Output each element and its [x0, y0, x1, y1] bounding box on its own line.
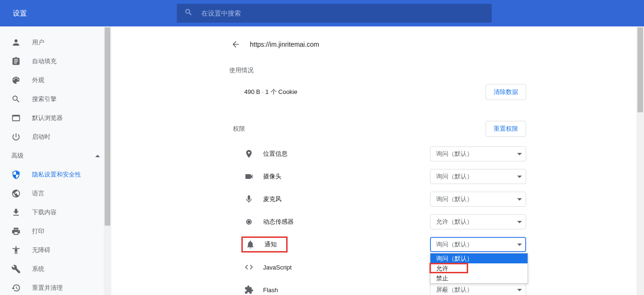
- mic-icon: [244, 194, 254, 204]
- search-input[interactable]: [201, 9, 484, 17]
- dropdown-option-allow[interactable]: 允许: [430, 263, 528, 273]
- camera-icon: [244, 172, 254, 181]
- sidebar-label: 无障碍: [32, 246, 50, 254]
- caret-icon: [517, 289, 522, 291]
- back-arrow-icon[interactable]: [231, 40, 240, 49]
- permission-row-microphone: 麦克风 询问（默认）: [225, 188, 530, 211]
- permission-row-notifications: 通知 询问（默认） 询问（默认） 允许 禁止: [225, 233, 530, 256]
- code-icon: [244, 262, 254, 272]
- clipboard-icon: [11, 57, 21, 66]
- bell-icon: [246, 240, 255, 249]
- sidebar-label: 重置并清理: [32, 284, 63, 292]
- permission-row-camera: 摄像头 询问（默认）: [225, 165, 530, 188]
- permission-select-notifications[interactable]: 询问（默认） 询问（默认） 允许 禁止: [430, 237, 526, 252]
- sidebar-item-default-browser[interactable]: 默认浏览器: [0, 109, 111, 127]
- browser-icon: [11, 113, 21, 123]
- person-icon: [11, 38, 21, 47]
- dropdown-option-ask[interactable]: 询问（默认）: [430, 253, 528, 263]
- app-title: 设置: [0, 9, 177, 18]
- sidebar: 用户 自动填充 外观 搜索引擎 默认浏览器 启动时 高级 隐私设置和安全性: [0, 26, 111, 295]
- sidebar-item-user[interactable]: 用户: [0, 33, 111, 52]
- sidebar-item-appearance[interactable]: 外观: [0, 71, 111, 90]
- sidebar-item-system[interactable]: 系统: [0, 260, 111, 278]
- search-box[interactable]: [177, 4, 492, 23]
- sidebar-label: 外观: [32, 76, 44, 84]
- permission-select-camera[interactable]: 询问（默认）: [430, 169, 526, 184]
- chevron-up-icon: [95, 155, 100, 157]
- usage-row: 490 B · 1 个 Cookie 清除数据: [225, 84, 530, 100]
- sidebar-label: 下载内容: [32, 208, 57, 217]
- permission-row-motion: 动态传感器 允许（默认）: [225, 211, 530, 233]
- shield-icon: [11, 170, 21, 179]
- permission-dropdown: 询问（默认） 允许 禁止: [430, 253, 528, 284]
- palette-icon: [11, 76, 21, 85]
- sidebar-label: 搜索引擎: [32, 95, 57, 103]
- sidebar-label: 隐私设置和安全性: [32, 170, 81, 179]
- search-icon: [184, 8, 193, 18]
- sidebar-advanced-toggle[interactable]: 高级: [0, 146, 111, 165]
- dropdown-option-block[interactable]: 禁止: [430, 273, 528, 283]
- caret-icon: [517, 244, 522, 246]
- permissions-label: 权限: [229, 125, 245, 133]
- caret-icon: [517, 176, 522, 178]
- sidebar-item-print[interactable]: 打印: [0, 222, 111, 241]
- sidebar-label: 打印: [32, 227, 44, 236]
- main-scroll-thumb[interactable]: [637, 27, 643, 112]
- magnify-icon: [11, 94, 21, 104]
- main-content: https://im.jinritemai.com 使用情况 490 B · 1…: [111, 26, 644, 295]
- content-wrapper: https://im.jinritemai.com 使用情况 490 B · 1…: [225, 26, 530, 295]
- highlight-box-allow: [429, 263, 468, 273]
- caret-icon: [517, 221, 522, 223]
- clear-data-button[interactable]: 清除数据: [486, 84, 526, 100]
- restore-icon: [11, 283, 21, 293]
- site-header: https://im.jinritemai.com: [225, 40, 530, 49]
- sidebar-item-language[interactable]: 语言: [0, 184, 111, 203]
- sidebar-item-downloads[interactable]: 下载内容: [0, 203, 111, 222]
- permission-select-motion[interactable]: 允许（默认）: [430, 214, 526, 229]
- caret-icon: [517, 198, 522, 201]
- site-url: https://im.jinritemai.com: [250, 41, 319, 48]
- usage-section-label: 使用情况: [225, 66, 530, 75]
- sidebar-scroll-thumb[interactable]: [105, 27, 110, 226]
- sidebar-scrollbar[interactable]: [104, 26, 111, 295]
- permission-select-location[interactable]: 询问（默认）: [430, 146, 526, 161]
- highlight-box-notifications: 通知: [241, 236, 288, 253]
- layout: 用户 自动填充 外观 搜索引擎 默认浏览器 启动时 高级 隐私设置和安全性: [0, 26, 644, 295]
- sidebar-item-autofill[interactable]: 自动填充: [0, 52, 111, 71]
- sidebar-item-accessibility[interactable]: 无障碍: [0, 241, 111, 260]
- sensor-icon: [244, 217, 254, 227]
- accessibility-icon: [11, 245, 21, 255]
- permission-select-flash[interactable]: 屏蔽（默认）: [430, 282, 526, 295]
- permission-label: Flash: [263, 287, 430, 294]
- sidebar-label: 语言: [32, 189, 44, 198]
- sidebar-item-reset[interactable]: 重置并清理: [0, 278, 111, 295]
- permission-select-microphone[interactable]: 询问（默认）: [430, 192, 526, 207]
- sidebar-advanced-label: 高级: [11, 152, 24, 160]
- location-icon: [244, 149, 254, 159]
- permission-label: 位置信息: [263, 150, 430, 158]
- app-header: 设置: [0, 0, 644, 26]
- sidebar-label: 系统: [32, 265, 44, 273]
- wrench-icon: [11, 264, 21, 274]
- power-icon: [11, 132, 21, 142]
- caret-icon: [517, 153, 522, 155]
- sidebar-label: 自动填充: [32, 57, 57, 66]
- permission-label: 摄像头: [263, 172, 430, 181]
- main-scrollbar[interactable]: [636, 26, 644, 295]
- print-icon: [11, 227, 21, 236]
- sidebar-label: 用户: [32, 38, 44, 47]
- sidebar-label: 默认浏览器: [32, 114, 63, 122]
- download-icon: [11, 208, 21, 217]
- sidebar-item-startup[interactable]: 启动时: [0, 127, 111, 146]
- permissions-header: 权限 重置权限: [225, 121, 530, 137]
- globe-icon: [11, 189, 21, 198]
- reset-permissions-button[interactable]: 重置权限: [486, 121, 526, 137]
- permission-label: 麦克风: [263, 195, 430, 203]
- usage-text: 490 B · 1 个 Cookie: [244, 88, 297, 96]
- permission-label: 通知: [264, 240, 277, 249]
- plugin-icon: [244, 285, 254, 295]
- permission-label: 动态传感器: [263, 218, 430, 226]
- permission-row-location: 位置信息 询问（默认）: [225, 143, 530, 165]
- sidebar-item-search[interactable]: 搜索引擎: [0, 90, 111, 109]
- sidebar-item-privacy[interactable]: 隐私设置和安全性: [0, 165, 111, 184]
